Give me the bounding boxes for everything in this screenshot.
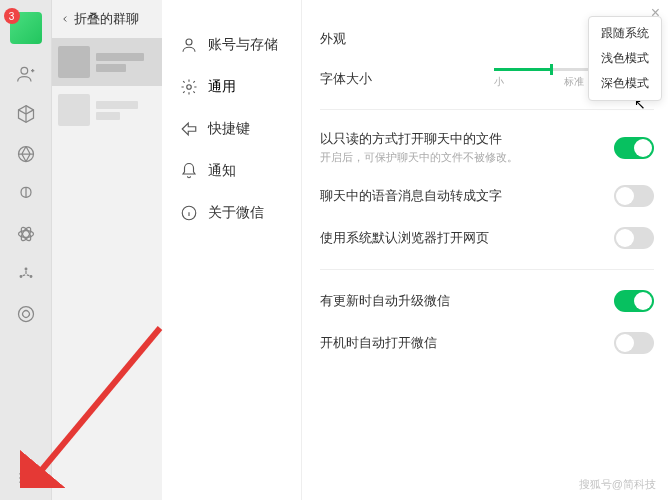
- setting-sub: 开启后，可保护聊天中的文件不被修改。: [320, 150, 518, 165]
- menu-notifications[interactable]: 通知: [162, 150, 301, 192]
- menu-icon[interactable]: [16, 468, 36, 488]
- butterfly-icon[interactable]: [16, 184, 36, 204]
- menu-label: 通知: [208, 162, 236, 180]
- chat-list-title: 折叠的群聊: [74, 10, 139, 28]
- menu-label: 关于微信: [208, 204, 264, 222]
- settings-panel: × 外观 字体大小 小 标准 大 以只读的方式打开聊天中的文件 开启后，可保护聊…: [302, 0, 668, 500]
- dropdown-dark[interactable]: 深色模式: [589, 71, 661, 96]
- menu-shortcuts[interactable]: 快捷键: [162, 108, 301, 150]
- menu-account[interactable]: 账号与存储: [162, 24, 301, 66]
- toggle-browser[interactable]: [614, 227, 654, 249]
- setting-label: 字体大小: [320, 70, 372, 88]
- toggle-autostart[interactable]: [614, 332, 654, 354]
- link-icon[interactable]: [16, 304, 36, 324]
- menu-label: 快捷键: [208, 120, 250, 138]
- unread-badge: 3: [4, 8, 20, 24]
- setting-label: 聊天中的语音消息自动转成文字: [320, 187, 502, 205]
- contacts-icon[interactable]: [16, 64, 36, 84]
- setting-autoupdate: 有更新时自动升级微信: [320, 280, 654, 322]
- chat-list-header[interactable]: 折叠的群聊: [52, 0, 162, 38]
- setting-voicetotext: 聊天中的语音消息自动转成文字: [320, 175, 654, 217]
- svg-point-13: [18, 307, 33, 322]
- svg-point-0: [21, 67, 28, 74]
- atom-icon[interactable]: [16, 224, 36, 244]
- appearance-dropdown: 跟随系统 浅色模式 深色模式: [588, 16, 662, 101]
- menu-label: 账号与存储: [208, 36, 278, 54]
- setting-autostart: 开机时自动打开微信: [320, 322, 654, 364]
- menu-label: 通用: [208, 78, 236, 96]
- cube-icon[interactable]: [16, 104, 36, 124]
- setting-browser: 使用系统默认浏览器打开网页: [320, 217, 654, 259]
- setting-label: 使用系统默认浏览器打开网页: [320, 229, 489, 247]
- dropdown-follow-system[interactable]: 跟随系统: [589, 21, 661, 46]
- sparkle-icon[interactable]: [16, 264, 36, 284]
- svg-point-9: [30, 276, 32, 278]
- svg-line-11: [22, 275, 25, 276]
- menu-about[interactable]: 关于微信: [162, 192, 301, 234]
- chat-list: 折叠的群聊: [52, 0, 162, 500]
- toggle-autoupdate[interactable]: [614, 290, 654, 312]
- svg-point-8: [20, 276, 22, 278]
- toggle-readonly[interactable]: [614, 137, 654, 159]
- chat-avatar: [58, 94, 90, 126]
- dropdown-light[interactable]: 浅色模式: [589, 46, 661, 71]
- setting-label: 开机时自动打开微信: [320, 334, 437, 352]
- chat-item[interactable]: [52, 38, 162, 86]
- setting-label: 有更新时自动升级微信: [320, 292, 450, 310]
- setting-readonly: 以只读的方式打开聊天中的文件 开启后，可保护聊天中的文件不被修改。: [320, 120, 654, 175]
- chat-item[interactable]: [52, 86, 162, 134]
- toggle-voicetotext[interactable]: [614, 185, 654, 207]
- settings-menu: 账号与存储 通用 快捷键 通知 关于微信: [162, 0, 302, 500]
- watermark: 搜狐号@简科技: [579, 477, 656, 492]
- svg-point-7: [25, 268, 27, 270]
- sidebar: 3: [0, 0, 52, 500]
- chat-avatar: [58, 46, 90, 78]
- avatar[interactable]: 3: [10, 12, 42, 44]
- aperture-icon[interactable]: [16, 144, 36, 164]
- slider-mid: 标准: [564, 75, 584, 89]
- svg-point-17: [186, 39, 192, 45]
- svg-point-18: [187, 85, 192, 90]
- menu-general[interactable]: 通用: [162, 66, 301, 108]
- svg-line-12: [26, 275, 29, 276]
- slider-min: 小: [494, 75, 504, 89]
- svg-point-4: [18, 231, 33, 238]
- setting-label: 外观: [320, 30, 346, 48]
- setting-label: 以只读的方式打开聊天中的文件: [320, 130, 518, 148]
